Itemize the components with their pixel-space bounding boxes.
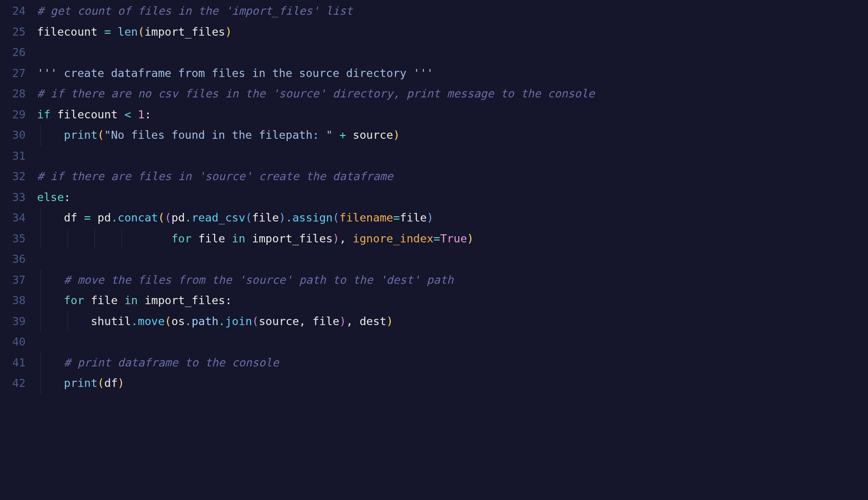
code-token: move [138,315,165,328]
code-line[interactable] [37,42,868,63]
code-token: pd [171,211,185,224]
code-line[interactable]: df = pd.concat((pd.read_csv(file).assign… [37,208,868,229]
code-token: ) [467,232,474,245]
line-number: 24 [0,1,26,22]
code-token: # if there are files in 'source' create … [37,170,393,183]
code-line[interactable] [37,249,868,270]
code-token: . [286,211,292,224]
indent-guide [67,229,68,250]
code-editor[interactable]: 24252627282930313233343536373839404142 #… [0,0,868,500]
code-line[interactable]: # print dataframe to the console [37,353,868,374]
line-number: 42 [0,373,26,394]
code-token: assign [292,211,333,224]
code-token: df [64,211,84,224]
code-line[interactable]: ''' create dataframe from files in the s… [37,63,868,84]
indent-guide [122,229,122,250]
line-number: 28 [0,84,26,105]
code-token: ) [279,211,285,224]
code-token: for [171,232,191,245]
code-token: ( [333,211,340,224]
code-token: concat [118,211,158,224]
code-line[interactable]: print(df) [37,373,868,394]
line-number: 36 [0,249,26,270]
code-token: = [104,25,111,38]
code-token: = [434,232,440,245]
code-token: = [84,211,91,224]
line-number: 30 [0,125,26,146]
code-token: ) [427,211,434,224]
code-token: df [104,376,118,390]
code-token: print [64,128,98,142]
code-token: if [37,108,50,121]
line-number: 29 [0,105,26,125]
code-token: = [393,211,400,224]
code-line[interactable] [37,146,868,167]
code-token: True [440,232,467,245]
code-token: ( [97,376,104,390]
code-line[interactable]: # move the files from the 'source' path … [37,270,868,291]
code-token: source, file [259,315,340,328]
code-token: 1 [138,108,144,121]
code-token: . [111,211,118,224]
line-number: 40 [0,332,26,353]
code-token: . [131,315,138,328]
code-line[interactable]: # if there are no csv files in the 'sour… [37,84,868,105]
code-token: "No files found in the filepath: " [104,128,333,142]
code-token: read_csv [191,211,245,224]
code-token: file [252,211,279,224]
code-token: file [400,211,427,224]
code-token: filename [340,211,393,224]
code-line[interactable]: filecount = len(import_files) [37,22,868,43]
code-token: file [191,232,232,245]
code-token: # if there are no csv files in the 'sour… [37,87,594,100]
code-line[interactable]: if filecount < 1: [37,105,868,125]
code-line[interactable] [37,332,868,353]
code-token: : [64,191,71,204]
code-line[interactable]: # get count of files in the 'import_file… [37,1,868,22]
code-token: ( [165,211,171,224]
line-number: 31 [0,146,26,167]
indent-guide [67,311,68,332]
indent-guide [94,229,95,250]
indent-guide [40,311,41,332]
code-token: else [37,191,64,204]
code-line[interactable]: print("No files found in the filepath: "… [37,125,868,146]
code-token: ( [252,315,259,328]
code-token: file [84,294,124,307]
code-token: import_files: [138,294,232,307]
code-token: join [225,315,252,328]
indent-guide [40,270,41,291]
code-area[interactable]: # get count of files in the 'import_file… [37,1,868,500]
line-number: 25 [0,22,26,43]
code-token: ''' create dataframe from files in the s… [37,67,434,80]
code-token: ) [118,376,124,390]
code-token: . [218,315,225,328]
line-number: 38 [0,290,26,311]
line-number: 41 [0,353,26,374]
code-line[interactable]: for file in import_files), ignore_index=… [37,229,868,250]
line-number: 34 [0,208,26,229]
indent-guide [40,125,41,146]
line-number: 39 [0,311,26,332]
code-token [131,108,138,121]
code-token: path [191,315,218,328]
indent-guide [40,353,41,374]
code-line[interactable]: shutil.move(os.path.join(source, file), … [37,311,868,332]
code-token: ( [158,211,165,224]
code-token: ( [245,211,252,224]
code-token: import_files [144,25,225,38]
code-token: ( [138,25,144,38]
code-token: ( [97,128,104,142]
line-number: 26 [0,42,26,63]
code-line[interactable]: for file in import_files: [37,290,868,311]
indent-guide [40,290,41,311]
code-token: ) [225,25,232,38]
line-number: 27 [0,63,26,84]
code-token: ) [393,128,400,142]
code-token: os [171,315,185,328]
code-line[interactable]: else: [37,187,868,208]
code-token: for [64,294,84,307]
code-token: . [185,211,191,224]
code-line[interactable]: # if there are files in 'source' create … [37,166,868,187]
code-token: source [346,128,393,142]
